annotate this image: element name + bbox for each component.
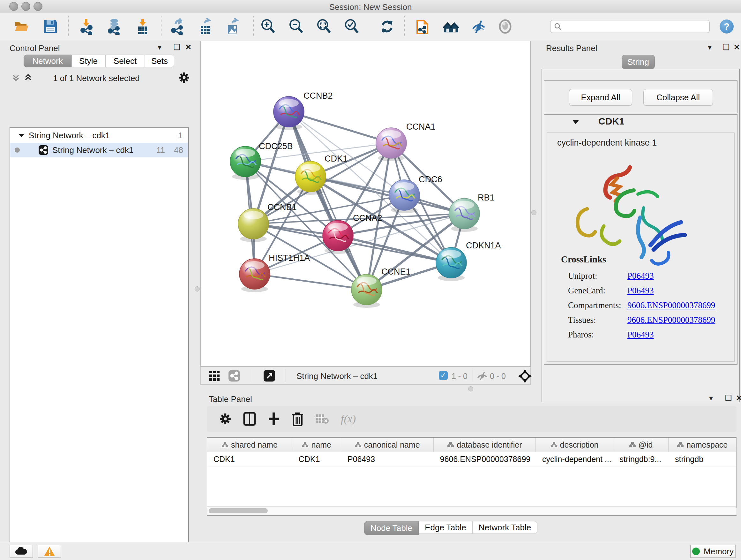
memory-status-dot-icon	[692, 548, 700, 555]
crosslink-value-link[interactable]: P06493	[627, 271, 654, 281]
network-share-toggle-icon[interactable]	[228, 370, 240, 382]
results-panel-collapse-icon[interactable]: ▾	[708, 43, 712, 52]
column-header-namespace[interactable]: namespace	[669, 438, 736, 452]
network-tree: String Network – cdk1 1 String Network –…	[10, 127, 189, 560]
control-panel-float-icon[interactable]: ❑	[174, 43, 181, 52]
left-splitter-handle[interactable]	[195, 287, 200, 292]
zoom-in-button[interactable]	[260, 18, 276, 35]
delete-table-icon[interactable]	[315, 413, 329, 425]
selected-checkbox-icon[interactable]: ✓	[439, 371, 448, 380]
delete-column-icon[interactable]	[292, 412, 304, 426]
help-button[interactable]: ?	[720, 19, 734, 34]
hide-unhide-button[interactable]	[470, 18, 487, 35]
table-cell[interactable]: CDK1	[207, 452, 292, 466]
network-row-selected[interactable]: String Network – cdk1 11 48	[10, 143, 188, 158]
column-header-canonical-name[interactable]: canonical name	[341, 438, 434, 452]
column-header-description[interactable]: description	[536, 438, 613, 452]
tab-style[interactable]: Style	[71, 55, 105, 67]
network-node-CCNE1[interactable]: CCNE1	[351, 267, 411, 308]
network-node-RB1[interactable]: RB1	[449, 193, 495, 232]
network-node-CCNB2[interactable]: CCNB2	[273, 91, 333, 130]
add-column-icon[interactable]	[267, 412, 280, 426]
column-header-shared-name[interactable]: shared name	[207, 438, 292, 452]
toolbar-separator	[161, 16, 161, 36]
cloud-tasks-button[interactable]	[10, 545, 33, 558]
right-splitter-handle[interactable]	[531, 210, 536, 215]
table-cell[interactable]: P06493	[341, 452, 434, 466]
function-builder-icon[interactable]: f(x)	[341, 413, 356, 425]
tab-node-table[interactable]: Node Table	[364, 521, 419, 535]
results-panel-close-icon[interactable]: ✕	[734, 43, 740, 52]
column-header-name[interactable]: name	[292, 438, 341, 452]
control-panel-close-icon[interactable]: ✕	[185, 43, 192, 52]
refresh-network-button[interactable]	[379, 18, 395, 35]
birdseye-view-icon[interactable]	[518, 369, 532, 383]
memory-button[interactable]: Memory	[690, 545, 736, 558]
network-node-CDK1[interactable]: CDK1	[295, 154, 347, 195]
grid-view-icon[interactable]	[209, 370, 220, 381]
table-settings-gear-icon[interactable]	[219, 413, 232, 425]
crosslink-value-link[interactable]: P06493	[627, 286, 654, 296]
hidden-eye-icon[interactable]	[476, 371, 488, 381]
expand-all-button[interactable]: Expand All	[569, 89, 632, 106]
show-columns-icon[interactable]	[243, 412, 256, 426]
table-panel-float-icon[interactable]: ❑	[725, 394, 732, 402]
import-network-from-file-button[interactable]	[78, 18, 95, 35]
warnings-button[interactable]	[38, 545, 61, 558]
open-session-button[interactable]	[13, 18, 30, 35]
network-options-gear-icon[interactable]	[178, 71, 190, 84]
tab-edge-table[interactable]: Edge Table	[419, 521, 472, 534]
tree-expander-icon[interactable]	[18, 133, 25, 138]
tab-network-table[interactable]: Network Table	[472, 521, 537, 534]
tab-select[interactable]: Select	[105, 55, 145, 67]
network-collection-row[interactable]: String Network – cdk1 1	[10, 128, 188, 143]
horizontal-splitter-handle[interactable]	[468, 386, 473, 391]
home-button[interactable]	[443, 18, 459, 35]
scrollbar-thumb[interactable]	[209, 508, 268, 513]
protein-expander-icon[interactable]	[572, 119, 579, 125]
network-edge-CCNB2-CCNA1[interactable]	[289, 112, 391, 143]
tab-sets[interactable]: Sets	[145, 55, 174, 67]
collapse-all-button[interactable]: Collapse All	[643, 89, 713, 106]
export-network-button[interactable]	[169, 18, 186, 35]
table-cell[interactable]: stringdb:9...	[613, 452, 669, 466]
network-node-CDC6[interactable]: CDC6	[389, 175, 442, 213]
column-sort-icon	[447, 442, 454, 448]
zoom-fit-button[interactable]	[316, 18, 332, 35]
table-horizontal-scrollbar[interactable]	[207, 506, 736, 515]
crosslink-value-link[interactable]: 9606.ENSP00000378699	[627, 300, 715, 310]
open-in-browser-icon[interactable]	[263, 370, 275, 382]
table-cell[interactable]: CDK1	[292, 452, 341, 466]
network-canvas[interactable]: CCNB2CCNA1CDC25BCDK1CDC6RB1CCNB1CCNA2CDK…	[200, 41, 531, 367]
column-header--id[interactable]: @id	[613, 438, 669, 452]
table-panel-collapse-icon[interactable]: ▾	[709, 394, 713, 402]
string-import-button[interactable]	[414, 18, 431, 35]
tab-network[interactable]: Network	[23, 55, 71, 67]
network-node-HIST1H1A[interactable]: HIST1H1A	[239, 253, 310, 292]
zoom-out-button[interactable]	[288, 18, 305, 35]
save-session-button[interactable]	[42, 18, 59, 35]
tab-string[interactable]: String	[622, 55, 655, 69]
table-row[interactable]: CDK1CDK1P064939606.ENSP00000378699cyclin…	[207, 452, 736, 466]
table-panel-close-icon[interactable]: ✕	[736, 394, 741, 402]
column-sort-icon	[301, 442, 309, 448]
table-cell[interactable]: cyclin-dependent ...	[536, 452, 613, 466]
show-graphics-button[interactable]	[497, 18, 514, 35]
control-panel-collapse-icon[interactable]: ▾	[158, 43, 161, 52]
table-cell[interactable]: stringdb	[669, 452, 736, 466]
column-header-database-identifier[interactable]: database identifier	[434, 438, 536, 452]
network-node-CDKN1A[interactable]: CDKN1A	[436, 241, 501, 281]
network-node-CCNA1[interactable]: CCNA1	[376, 122, 435, 161]
crosslink-value-link[interactable]: 9606.ENSP00000378699	[627, 315, 715, 325]
network-edge-CCNB2-CCNE1[interactable]	[289, 112, 367, 290]
import-network-from-database-button[interactable]	[106, 18, 123, 35]
crosslink-value-link[interactable]: P06493	[627, 330, 654, 340]
export-image-button[interactable]	[224, 18, 241, 35]
results-panel-float-icon[interactable]: ❑	[723, 43, 730, 52]
zoom-selected-button[interactable]	[343, 18, 360, 35]
import-table-button[interactable]	[134, 18, 151, 35]
export-table-button[interactable]	[197, 18, 213, 35]
table-cell[interactable]: 9606.ENSP00000378699	[434, 452, 536, 466]
search-input[interactable]	[562, 22, 710, 31]
network-edge-HIST1H1A-CCNE1[interactable]	[255, 274, 367, 290]
